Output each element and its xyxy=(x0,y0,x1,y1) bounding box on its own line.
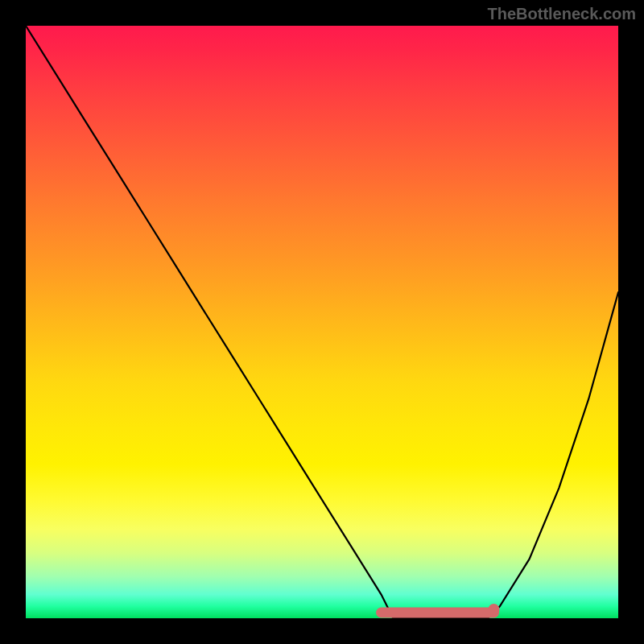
bottleneck-chart: TheBottleneck.com xyxy=(0,0,644,644)
heatmap-gradient-background xyxy=(26,26,618,618)
attribution-watermark: TheBottleneck.com xyxy=(488,5,636,23)
